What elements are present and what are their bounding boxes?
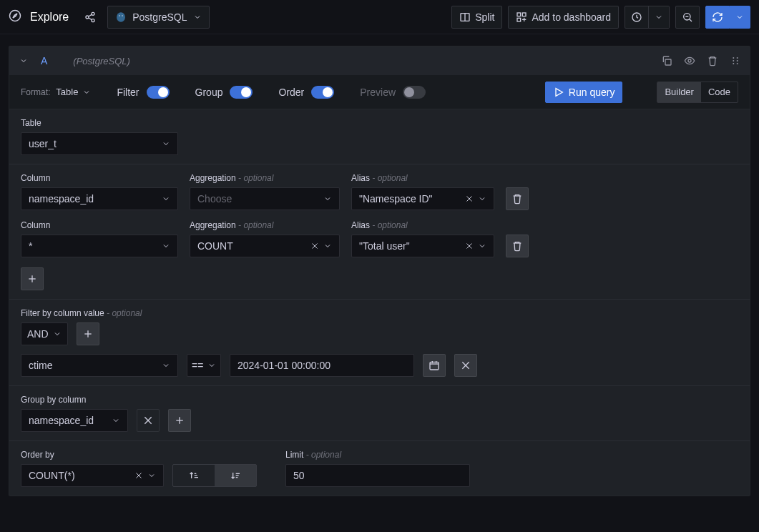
svg-point-22 [688,59,691,62]
duplicate-query-button[interactable] [658,52,675,69]
aggregation-select[interactable]: COUNT [190,235,340,257]
topbar: Explore PostgreSQL Split Add to dashboar… [0,0,759,34]
clear-icon[interactable] [465,194,474,203]
limit-input[interactable] [285,464,470,487]
svg-rect-21 [665,59,671,65]
add-groupby-button[interactable] [168,409,191,432]
page-title: Explore [30,11,69,24]
refresh-button[interactable] [705,6,730,29]
split-button[interactable]: Split [451,6,502,29]
column-value: namespace_id [29,193,94,205]
chevron-down-icon [162,242,170,250]
datasource-picker[interactable]: PostgreSQL [107,6,209,29]
run-query-label: Run query [569,87,615,98]
svg-rect-12 [517,13,521,16]
eye-icon [684,55,695,66]
column-row: Column namespace_id Aggregation - option… [21,173,738,210]
column-select[interactable]: * [21,235,178,257]
plus-icon [26,273,38,285]
column-select[interactable]: namespace_id [21,187,178,210]
svg-rect-13 [523,13,527,16]
alias-select[interactable]: "Namespace ID" [351,187,494,210]
orderby-value: COUNT(*) [29,470,75,481]
columns-icon [459,11,471,23]
query-header: A (PostgreSQL) [9,46,750,75]
preview-toggle[interactable] [403,86,426,99]
sort-asc-button[interactable] [173,465,215,486]
delete-query-button[interactable] [704,52,721,69]
svg-point-27 [737,60,738,61]
clock-icon [631,11,642,23]
remove-column-button[interactable] [506,235,529,257]
format-value: Table [56,87,78,97]
filter-operator-select[interactable]: == [187,354,221,377]
code-mode-button[interactable]: Code [701,82,738,102]
time-range-picker[interactable] [625,6,670,29]
remove-column-button[interactable] [506,187,529,210]
svg-line-19 [690,19,692,21]
chevron-down-icon [323,242,332,250]
sort-asc-icon [188,470,200,481]
filter-value-input[interactable] [230,354,414,377]
column-value: * [29,240,32,252]
svg-point-3 [86,16,89,19]
alias-value: "Namespace ID" [359,193,433,205]
query-ref-id[interactable]: A [41,55,47,66]
svg-point-24 [733,60,734,61]
remove-groupby-button[interactable] [137,409,160,432]
drag-handle[interactable] [727,52,744,69]
filter-toggle[interactable] [147,86,170,99]
orderby-section: Order by COUNT(*) [9,441,750,496]
run-query-button[interactable]: Run query [545,82,623,103]
zoom-out-button[interactable] [675,6,700,29]
time-range-button[interactable] [625,6,649,29]
svg-point-25 [733,63,734,64]
svg-point-0 [10,11,21,21]
format-select[interactable]: Table [56,87,91,97]
trash-icon [511,240,523,252]
svg-point-28 [737,63,738,64]
plus-icon [82,328,94,340]
filter-field-value: ctime [29,360,52,371]
sort-desc-button[interactable] [215,465,256,486]
editor-mode-segment: Builder Code [657,82,738,103]
collapse-toggle[interactable] [15,52,32,69]
chevron-down-icon [112,416,120,425]
table-select[interactable]: user_t [21,132,178,155]
svg-point-9 [122,15,123,16]
date-picker-button[interactable] [423,354,446,377]
order-toggle[interactable] [311,86,334,99]
time-range-dropdown[interactable] [649,6,670,29]
aggregation-select[interactable]: Choose [190,187,340,210]
chevron-down-icon [162,139,170,148]
add-to-dashboard-button[interactable]: Add to dashboard [508,6,619,29]
remove-filter-button[interactable] [454,354,477,377]
chevron-down-icon [82,88,91,97]
orderby-select[interactable]: COUNT(*) [21,464,164,487]
svg-rect-40 [430,362,439,370]
group-toggle-label: Group [195,87,223,98]
play-icon [553,87,564,98]
filter-field-select[interactable]: ctime [21,354,178,377]
share-icon[interactable] [84,11,96,23]
filter-logic-select[interactable]: AND [21,322,68,345]
svg-line-5 [89,14,92,16]
add-filter-button[interactable] [77,322,99,345]
clear-icon[interactable] [310,242,319,250]
plus-icon [174,415,185,426]
groupby-select[interactable]: namespace_id [21,409,128,432]
clear-icon[interactable] [134,471,143,480]
close-icon [460,360,471,371]
filter-logic-value: AND [27,328,49,340]
builder-mode-button[interactable]: Builder [657,82,700,102]
toggle-visibility-button[interactable] [681,52,698,69]
clear-icon[interactable] [465,242,474,250]
alias-select[interactable]: "Total user" [351,235,494,257]
zoom-out-icon [682,11,693,23]
add-column-button[interactable] [21,267,44,290]
aggregation-value: COUNT [197,240,233,252]
group-toggle[interactable] [230,86,253,99]
svg-point-23 [733,57,734,59]
chevron-down-icon [323,194,332,203]
refresh-interval-dropdown[interactable] [730,6,750,29]
